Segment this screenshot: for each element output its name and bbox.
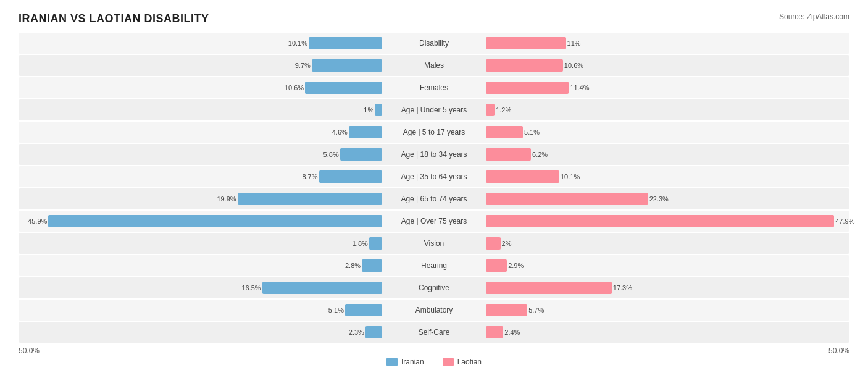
bar-wrapper: 5.8% Age | 18 to 34 years 6.2% — [19, 144, 849, 165]
left-value: 4.6% — [323, 128, 348, 136]
left-bar-area: 10.6% — [19, 77, 385, 98]
bar-wrapper: 10.6% Females 11.4% — [19, 77, 849, 98]
bar-wrapper: 16.5% Cognitive 17.3% — [19, 277, 849, 298]
table-row: 5.8% Age | 18 to 34 years 6.2% — [19, 144, 849, 165]
table-row: 4.6% Age | 5 to 17 years 5.1% — [19, 122, 849, 143]
right-bar-area: 6.2% — [483, 144, 849, 165]
right-bar-area: 10.1% — [483, 166, 849, 187]
bar-label: Age | Over 75 years — [385, 217, 483, 225]
table-row: 5.1% Ambulatory 5.7% — [19, 300, 849, 321]
right-value: 47.9% — [835, 217, 860, 225]
iranian-bar: 2.8% — [362, 259, 382, 272]
laotian-bar: 5.7% — [486, 304, 527, 316]
right-value: 11% — [567, 40, 592, 47]
left-bar-area: 9.7% — [19, 55, 385, 76]
right-value: 5.7% — [528, 306, 553, 314]
laotian-bar: 10.6% — [486, 59, 563, 72]
bar-label: Vision — [385, 239, 483, 248]
axis-right: 50.0% — [828, 346, 849, 355]
bar-label: Disability — [385, 39, 483, 48]
iranian-bar: 5.8% — [340, 148, 382, 161]
right-value: 22.3% — [649, 195, 674, 203]
right-bar-area: 11.4% — [483, 77, 849, 98]
laotian-bar: 10.1% — [486, 170, 559, 183]
right-bar-area: 11% — [483, 33, 849, 54]
iranian-bar: 10.6% — [305, 82, 382, 94]
laotian-label: Laotian — [457, 358, 482, 366]
left-bar-area: 5.1% — [19, 300, 385, 321]
table-row: 8.7% Age | 35 to 64 years 10.1% — [19, 166, 849, 187]
laotian-color-swatch — [443, 358, 454, 366]
right-value: 5.1% — [524, 128, 549, 136]
iranian-bar: 16.5% — [262, 282, 382, 294]
bar-wrapper: 10.1% Disability 11% — [19, 33, 849, 54]
bar-wrapper: 8.7% Age | 35 to 64 years 10.1% — [19, 166, 849, 187]
left-value: 1% — [349, 106, 373, 114]
right-value: 1.2% — [496, 106, 520, 114]
right-value: 2.4% — [504, 329, 529, 336]
bar-wrapper: 2.3% Self-Care 2.4% — [19, 322, 849, 343]
bar-wrapper: 1.8% Vision 2% — [19, 233, 849, 254]
laotian-bar: 11.4% — [486, 82, 569, 94]
bar-wrapper: 5.1% Ambulatory 5.7% — [19, 300, 849, 321]
laotian-bar: 47.9% — [486, 215, 834, 227]
right-value: 10.6% — [564, 62, 589, 69]
iranian-label: Iranian — [401, 358, 424, 366]
left-bar-area: 1% — [19, 99, 385, 120]
iranian-bar: 4.6% — [349, 126, 382, 138]
left-value: 8.7% — [293, 173, 318, 180]
right-value: 10.1% — [561, 173, 585, 180]
laotian-bar: 6.2% — [486, 148, 531, 161]
axis-labels: 50.0% 50.0% — [19, 346, 849, 355]
right-bar-area: 2.4% — [483, 322, 849, 343]
laotian-bar: 17.3% — [486, 282, 612, 294]
left-bar-area: 19.9% — [19, 188, 385, 209]
laotian-bar: 2.9% — [486, 259, 507, 272]
bar-wrapper: 2.8% Hearing 2.9% — [19, 255, 849, 276]
table-row: 1% Age | Under 5 years 1.2% — [19, 99, 849, 120]
legend-iranian: Iranian — [386, 358, 424, 366]
bar-label: Age | 18 to 34 years — [385, 150, 483, 159]
left-value: 5.1% — [319, 306, 344, 314]
legend: Iranian Laotian — [19, 358, 849, 366]
table-row: 9.7% Males 10.6% — [19, 55, 849, 76]
left-bar-area: 2.8% — [19, 255, 385, 276]
right-bar-area: 2.9% — [483, 255, 849, 276]
right-bar-area: 1.2% — [483, 99, 849, 120]
right-value: 17.3% — [613, 284, 638, 292]
laotian-bar: 2.4% — [486, 326, 503, 338]
right-bar-area: 5.7% — [483, 300, 849, 321]
iranian-bar: 19.9% — [238, 193, 382, 205]
table-row: 2.8% Hearing 2.9% — [19, 255, 849, 276]
table-row: 45.9% Age | Over 75 years 47.9% — [19, 211, 849, 232]
left-value: 1.8% — [343, 240, 368, 247]
right-bar-area: 22.3% — [483, 188, 849, 209]
table-row: 1.8% Vision 2% — [19, 233, 849, 254]
left-value: 45.9% — [22, 217, 47, 225]
bar-wrapper: 45.9% Age | Over 75 years 47.9% — [19, 211, 849, 232]
laotian-bar: 2% — [486, 237, 501, 250]
bar-label: Age | 35 to 64 years — [385, 172, 483, 181]
left-bar-area: 2.3% — [19, 322, 385, 343]
bar-label: Ambulatory — [385, 306, 483, 314]
right-value: 2% — [502, 240, 527, 247]
iranian-bar: 9.7% — [312, 59, 382, 72]
left-value: 5.8% — [314, 151, 339, 158]
iranian-bar: 10.1% — [309, 37, 382, 49]
left-bar-area: 4.6% — [19, 122, 385, 143]
bar-label: Age | Under 5 years — [385, 106, 483, 114]
left-bar-area: 5.8% — [19, 144, 385, 165]
left-bar-area: 45.9% — [19, 211, 385, 232]
iranian-bar: 2.3% — [365, 326, 382, 338]
bar-label: Males — [385, 61, 483, 70]
legend-laotian: Laotian — [443, 358, 482, 366]
right-value: 2.9% — [508, 262, 533, 269]
laotian-bar: 5.1% — [486, 126, 523, 138]
bar-label: Age | 65 to 74 years — [385, 195, 483, 203]
left-bar-area: 10.1% — [19, 33, 385, 54]
left-value: 2.3% — [340, 329, 364, 336]
left-value: 10.1% — [283, 40, 307, 47]
axis-left: 50.0% — [19, 346, 40, 355]
bar-wrapper: 1% Age | Under 5 years 1.2% — [19, 99, 849, 120]
left-value: 9.7% — [286, 62, 311, 69]
